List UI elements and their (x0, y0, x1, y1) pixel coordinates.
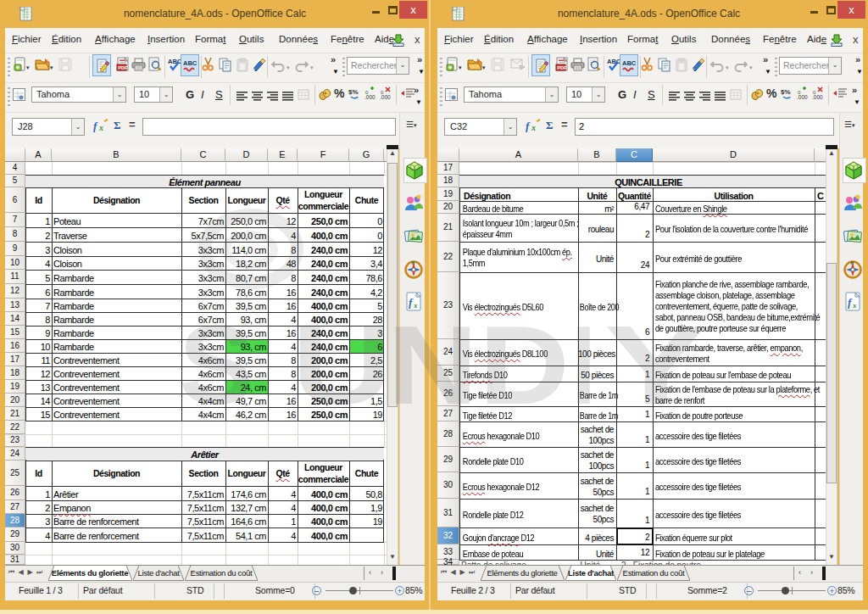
svg-text:.000: .000 (797, 94, 808, 100)
svg-text:x: x (531, 123, 536, 132)
svg-text:ABC: ABC (183, 59, 198, 67)
svg-text:N: N (412, 260, 415, 265)
svg-text:x: x (98, 123, 103, 132)
svg-text:x: x (852, 301, 857, 310)
svg-text:Σ: Σ (114, 119, 121, 131)
svg-text:Estimation du coût: Estimation du coût (623, 568, 685, 578)
svg-text:PDF: PDF (118, 65, 128, 70)
svg-text:Estimation du coût: Estimation du coût (191, 568, 253, 578)
svg-text:Liste d'achat: Liste d'achat (137, 568, 180, 578)
svg-text:PDF: PDF (557, 65, 567, 70)
svg-text:Eléments du gloriette: Eléments du gloriette (487, 568, 558, 578)
svg-text:N: N (851, 260, 854, 265)
svg-text:$%: $% (781, 88, 791, 96)
svg-text:Σ: Σ (546, 119, 554, 131)
svg-text:.000: .000 (364, 94, 376, 100)
svg-text:Eléments du gloriette: Eléments du gloriette (52, 568, 128, 578)
svg-text:ABC: ABC (622, 59, 637, 67)
svg-text:f: f (526, 120, 531, 132)
svg-text:.000: .000 (812, 94, 823, 100)
svg-text:$%: $% (348, 88, 359, 96)
svg-text:Liste d'achat: Liste d'achat (568, 568, 615, 578)
svg-text:f: f (93, 120, 98, 132)
svg-text:.000: .000 (380, 94, 391, 100)
